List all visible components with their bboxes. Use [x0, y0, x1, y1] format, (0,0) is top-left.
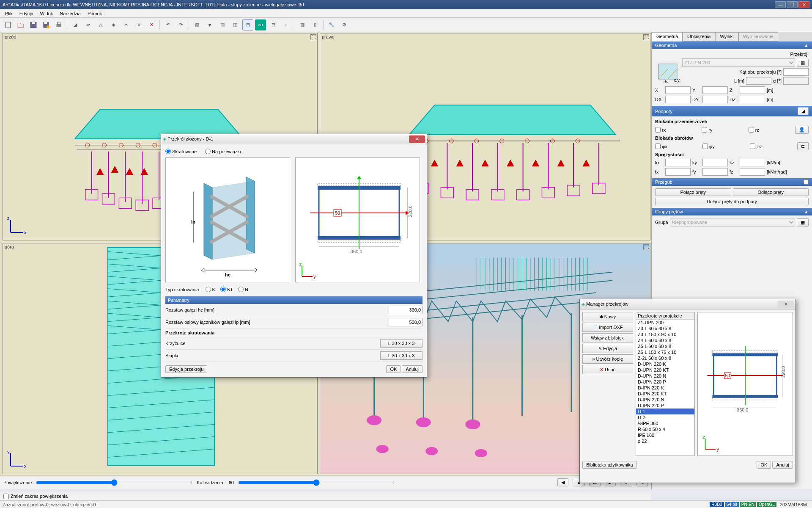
rz-check[interactable]: [749, 127, 754, 133]
kz-input[interactable]: [740, 159, 765, 166]
disconnect-bars-button[interactable]: Odłącz pręty: [733, 188, 809, 196]
group-browse-icon[interactable]: ▦: [797, 218, 809, 226]
cancel-button[interactable]: Anuluj: [772, 461, 793, 469]
alpha-input[interactable]: [783, 77, 809, 85]
list-item[interactable]: D-UPN 220 P: [636, 379, 694, 385]
tool-5-icon[interactable]: ⤫: [133, 19, 144, 30]
filter-icon[interactable]: ▼: [204, 19, 215, 30]
dialog-title-bar[interactable]: ◈ Manager przekrojów ✕: [580, 299, 796, 309]
length-input[interactable]: [746, 77, 771, 85]
table-icon[interactable]: ⊟: [268, 19, 279, 30]
angle-input[interactable]: [783, 68, 809, 76]
rotation-icon[interactable]: ⊏: [797, 142, 809, 150]
list-item[interactable]: R 60 x 50 x 4: [636, 426, 694, 432]
rx-check[interactable]: [655, 127, 661, 133]
phiz-check[interactable]: [750, 144, 755, 149]
y-input[interactable]: [702, 86, 728, 94]
delete-button[interactable]: ✕ Usuń: [582, 365, 633, 374]
grid-icon[interactable]: ▦: [192, 19, 203, 30]
krzyzulce-button[interactable]: L 30 x 30 x 3: [380, 339, 422, 348]
support-pick-icon[interactable]: 👤: [795, 126, 809, 134]
menu-plik[interactable]: Plik: [2, 10, 16, 17]
list-item[interactable]: Z-2L 60 x 60 x 8: [636, 355, 694, 361]
z-input[interactable]: [740, 86, 765, 94]
list-item[interactable]: D-IPN 220 KT: [636, 391, 694, 397]
import-dxf-button[interactable]: 📄 Import DXF: [582, 323, 633, 332]
fx-input[interactable]: [665, 168, 691, 176]
list-item[interactable]: Z5-L 150 x 75 x 10: [636, 349, 694, 355]
dialog-close-icon[interactable]: ✕: [778, 301, 794, 308]
view-2-icon[interactable]: ⊞: [242, 19, 253, 30]
type-k-radio[interactable]: [206, 287, 211, 292]
measure-icon[interactable]: ⟐: [280, 19, 291, 30]
edit-section-button[interactable]: Edycja przekroju: [165, 365, 207, 373]
dy-input[interactable]: [702, 96, 728, 103]
options-icon[interactable]: ⚙: [339, 19, 350, 30]
attach-support-button[interactable]: Dołącz pręty do podpory: [655, 198, 809, 205]
support-icon[interactable]: ◢: [798, 107, 809, 115]
list-item[interactable]: Z3-L 150 x 90 x 10: [636, 331, 694, 337]
list-item[interactable]: Z4-L 60 x 60 x 8: [636, 337, 694, 343]
redo-icon[interactable]: ↷: [175, 19, 186, 30]
tab-obciazenia[interactable]: Obciążenia: [683, 32, 715, 41]
delete-icon[interactable]: ✕: [146, 19, 157, 30]
menu-edycja[interactable]: Edycja: [16, 10, 37, 17]
list-item[interactable]: Z5-L 60 x 60 x 8: [636, 343, 694, 349]
fz-input[interactable]: [740, 168, 765, 176]
user-library-button[interactable]: Biblioteka użytkownika: [582, 461, 637, 469]
section-list[interactable]: Przekroje w projekcie Z1-UPN 200Z3-L 60 …: [636, 312, 695, 456]
layers-icon[interactable]: ▤: [217, 19, 228, 30]
tab-geometria[interactable]: Geometria: [652, 32, 683, 41]
connect-bars-button[interactable]: Połącz pręty: [655, 188, 731, 196]
lp-input[interactable]: [389, 318, 422, 326]
list-item[interactable]: D-IPN 220 N: [636, 397, 694, 403]
x-input[interactable]: [665, 86, 691, 94]
menu-narzedzia[interactable]: Narzędzia: [56, 10, 84, 17]
viewport-expand-icon[interactable]: ⛶: [643, 244, 649, 250]
list-item[interactable]: D-1: [636, 409, 694, 414]
ok-button[interactable]: OK: [386, 365, 401, 373]
calc-icon[interactable]: ▥: [297, 19, 308, 30]
nav-left-icon[interactable]: ◀: [557, 478, 568, 486]
list-item[interactable]: Z1-UPN 200: [636, 320, 694, 326]
type-kt-radio[interactable]: [220, 287, 226, 292]
fy-input[interactable]: [702, 168, 728, 176]
dialog-title-bar[interactable]: ◈ Przekrój złożony - D-1 ✕: [161, 134, 427, 144]
menu-widok[interactable]: Widok: [37, 10, 57, 17]
undo-icon[interactable]: ↶: [162, 19, 173, 30]
list-item[interactable]: Z3-L 60 x 60 x 8: [636, 326, 694, 331]
list-item[interactable]: ½IPE 360: [636, 420, 694, 426]
list-item[interactable]: o 22: [636, 438, 694, 444]
dx-input[interactable]: [665, 96, 691, 103]
group-select[interactable]: Niepogrupowane: [670, 218, 795, 226]
view-1-icon[interactable]: ◫: [230, 19, 241, 30]
zoom-range-check[interactable]: [3, 494, 9, 499]
new-button[interactable]: ✱ Nowy: [582, 312, 633, 321]
edit-button[interactable]: ✎ Edycja: [582, 344, 633, 353]
cut-icon[interactable]: ✂: [121, 19, 132, 30]
list-item[interactable]: D-UPN 220 K: [636, 361, 694, 367]
angle-slider[interactable]: [238, 479, 395, 486]
cancel-button[interactable]: Anuluj: [402, 365, 422, 373]
przewiazki-radio[interactable]: [205, 149, 211, 154]
viewport-expand-icon[interactable]: ⛶: [310, 34, 316, 40]
list-item[interactable]: D-UPN 220 KT: [636, 367, 694, 373]
section-browse-icon[interactable]: ▦: [797, 59, 809, 67]
kx-input[interactable]: [665, 159, 691, 166]
minimize-button[interactable]: —: [775, 1, 786, 8]
dz-input[interactable]: [740, 96, 765, 103]
insert-library-button[interactable]: Wstaw z biblioteki: [582, 333, 633, 342]
print-icon[interactable]: [53, 19, 64, 30]
tool-4-icon[interactable]: ◈: [108, 19, 119, 30]
tab-wyniki[interactable]: Wyniki: [715, 32, 738, 41]
phiy-check[interactable]: [702, 144, 708, 149]
section-select[interactable]: Z1-UPN 200: [682, 58, 795, 67]
viewport-expand-icon[interactable]: ⛶: [643, 34, 649, 40]
settings-icon[interactable]: 🔧: [326, 19, 337, 30]
type-n-radio[interactable]: [238, 287, 244, 292]
saveas-icon[interactable]: [41, 19, 52, 30]
close-button[interactable]: ✕: [798, 1, 809, 8]
tool-1-icon[interactable]: ◢: [70, 19, 81, 30]
zoom-slider[interactable]: [36, 479, 192, 486]
ky-input[interactable]: [702, 159, 728, 166]
